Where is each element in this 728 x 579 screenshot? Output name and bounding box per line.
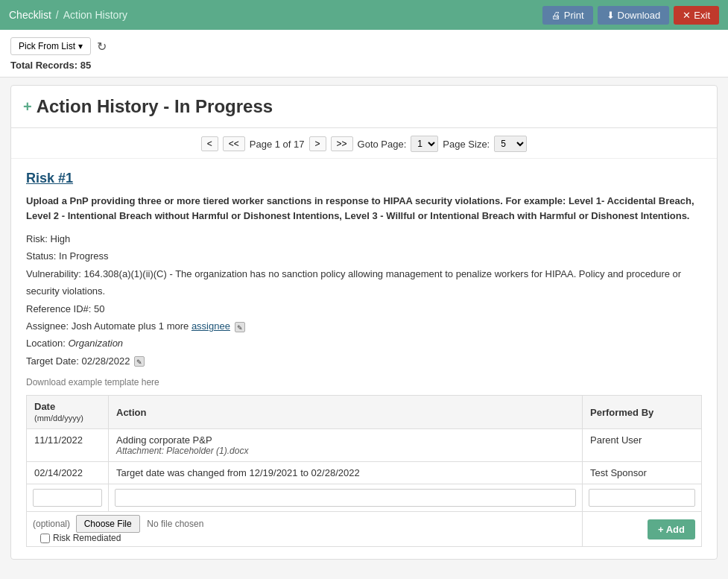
risk-reference-row: Reference ID#: 50 bbox=[26, 300, 702, 317]
col-date: Date (mm/dd/yyyy) bbox=[27, 396, 109, 429]
content-card: + Action History - In Progress < << Page… bbox=[10, 85, 718, 560]
refresh-icon: ↻ bbox=[97, 40, 107, 53]
assignee-edit-icon[interactable]: ✎ bbox=[235, 322, 245, 332]
goto-page-select[interactable]: 1 2 3 4 5 bbox=[411, 136, 438, 152]
add-performer-cell bbox=[583, 484, 702, 512]
total-records: Total Records: 85 bbox=[0, 58, 728, 77]
risk-title[interactable]: Risk #1 bbox=[26, 171, 702, 186]
print-label: Print bbox=[564, 10, 584, 21]
breadcrumb-separator: / bbox=[56, 9, 59, 21]
exit-label: Exit bbox=[694, 10, 710, 21]
printer-icon: 🖨 bbox=[551, 10, 561, 21]
risk-level-row: Risk: High bbox=[26, 230, 702, 247]
col-action: Action bbox=[109, 396, 583, 429]
page-info: Page 1 of 17 bbox=[250, 139, 305, 150]
add-performer-input[interactable] bbox=[589, 489, 695, 507]
file-upload-row: (optional) Choose File No file chosen Ri… bbox=[27, 512, 702, 547]
file-upload-cell: (optional) Choose File No file chosen Ri… bbox=[27, 512, 583, 547]
header: Checklist / Action History 🖨 Print ⬇ Dow… bbox=[0, 0, 728, 30]
choose-file-button[interactable]: Choose File bbox=[76, 515, 140, 533]
download-label: Download bbox=[618, 10, 661, 21]
table-header-row: Date (mm/dd/yyyy) Action Performed By bbox=[27, 396, 702, 429]
add-date-cell bbox=[27, 484, 109, 512]
risk-remediated-text: Risk Remediated bbox=[53, 533, 121, 543]
risk-assignee-main: Josh Automate bbox=[72, 320, 136, 332]
breadcrumb-checklist[interactable]: Checklist bbox=[9, 9, 51, 21]
breadcrumb: Checklist / Action History bbox=[9, 9, 127, 21]
template-link[interactable]: Download example template here bbox=[26, 377, 702, 387]
toolbar: Pick From List ▾ ↻ bbox=[0, 30, 728, 58]
optional-label: (optional) bbox=[33, 519, 70, 529]
header-buttons: 🖨 Print ⬇ Download ✕ Exit bbox=[542, 6, 719, 25]
risk-remediated-checkbox[interactable] bbox=[40, 534, 50, 543]
risk-vulnerability-label: Vulnerability: bbox=[26, 268, 81, 279]
add-action-input[interactable] bbox=[115, 489, 576, 507]
refresh-button[interactable]: ↻ bbox=[97, 39, 107, 54]
chevron-down-icon: ▾ bbox=[78, 41, 83, 51]
date-format: (mm/dd/yyyy) bbox=[34, 414, 83, 423]
download-button[interactable]: ⬇ Download bbox=[598, 6, 670, 25]
first-page-button[interactable]: < bbox=[201, 136, 218, 151]
risk-vulnerability-value: 164.308(a)(1)(ii)(C) - The organization … bbox=[26, 268, 681, 297]
risk-status-value: In Progress bbox=[59, 250, 108, 262]
target-date-edit-icon[interactable]: ✎ bbox=[134, 356, 145, 367]
row-date: 11/11/2022 bbox=[27, 429, 109, 462]
no-file-text: No file chosen bbox=[147, 519, 203, 529]
add-button[interactable]: + Add bbox=[648, 519, 695, 540]
table-row: 11/11/2022 Adding corporate P&P Attachme… bbox=[27, 429, 702, 462]
row-action: Target date was changed from 12/19/2021 … bbox=[109, 462, 583, 484]
card-title-text: Action History - In Progress bbox=[37, 96, 273, 117]
add-date-input[interactable] bbox=[33, 489, 102, 507]
row-performed-by: Parent User bbox=[583, 429, 702, 462]
risk-assignee-label: Assignee: bbox=[26, 320, 69, 332]
add-action-cell bbox=[109, 484, 583, 512]
action-table: Date (mm/dd/yyyy) Action Performed By 11… bbox=[26, 395, 702, 547]
risk-target-date-label: Target Date: bbox=[26, 355, 79, 367]
last-page-button[interactable]: >> bbox=[331, 136, 353, 151]
goto-label: Goto Page: bbox=[358, 139, 407, 150]
risk-reference-value: 50 bbox=[94, 303, 104, 314]
print-button[interactable]: 🖨 Print bbox=[542, 6, 593, 25]
risk-target-date-value: 02/28/2022 bbox=[81, 355, 130, 367]
risk-target-date-row: Target Date: 02/28/2022 ✎ bbox=[26, 352, 702, 370]
risk-location-row: Location: Organization bbox=[26, 335, 702, 352]
row-date: 02/14/2022 bbox=[27, 462, 109, 484]
prev-page-button[interactable]: << bbox=[223, 136, 245, 151]
attachment-text: Attachment: Placeholder (1).docx bbox=[116, 446, 575, 456]
risk-meta: Risk: High Status: In Progress Vulnerabi… bbox=[26, 230, 702, 370]
next-page-button[interactable]: > bbox=[309, 136, 326, 151]
pick-from-list-button[interactable]: Pick From List ▾ bbox=[10, 37, 91, 55]
risk-reference-label: Reference ID#: bbox=[26, 303, 91, 314]
risk-remediated-label: Risk Remediated bbox=[40, 533, 576, 543]
col-performed-by: Performed By bbox=[583, 396, 702, 429]
page-size-label: Page Size: bbox=[443, 139, 490, 150]
breadcrumb-current: Action History bbox=[63, 9, 127, 21]
risk-assignee-row: Assignee: Josh Automate plus 1 more assi… bbox=[26, 317, 702, 335]
assignee-link[interactable]: assignee bbox=[192, 320, 230, 332]
risk-vulnerability-row: Vulnerability: 164.308(a)(1)(ii)(C) - Th… bbox=[26, 265, 702, 300]
risk-status-label: Status: bbox=[26, 250, 56, 262]
exit-icon: ✕ bbox=[683, 10, 691, 21]
risk-level-value: High bbox=[51, 233, 71, 244]
add-button-cell: + Add bbox=[583, 512, 702, 547]
exit-button[interactable]: ✕ Exit bbox=[674, 6, 719, 25]
add-date-row bbox=[27, 484, 702, 512]
row-action: Adding corporate P&P Attachment: Placeho… bbox=[109, 429, 583, 462]
risk-location-value: Organization bbox=[68, 338, 123, 349]
card-title: + Action History - In Progress bbox=[11, 86, 717, 128]
row-performed-by: Test Sponsor bbox=[583, 462, 702, 484]
risk-status-row: Status: In Progress bbox=[26, 247, 702, 265]
risk-level-label: Risk: bbox=[26, 233, 48, 244]
table-row: 02/14/2022 Target date was changed from … bbox=[27, 462, 702, 484]
risk-section: Risk #1 Upload a PnP providing three or … bbox=[11, 159, 717, 559]
page-size-select[interactable]: 5 10 15 20 25 bbox=[494, 136, 527, 152]
pagination-bar: < << Page 1 of 17 > >> Goto Page: 1 2 3 … bbox=[11, 128, 717, 159]
download-icon: ⬇ bbox=[607, 10, 615, 21]
risk-description: Upload a PnP providing three or more tie… bbox=[26, 194, 702, 223]
risk-location-label: Location: bbox=[26, 338, 66, 349]
risk-assignee-extra: plus 1 more bbox=[138, 320, 189, 332]
pick-from-list-label: Pick From List bbox=[19, 41, 75, 51]
expand-icon[interactable]: + bbox=[23, 98, 32, 116]
